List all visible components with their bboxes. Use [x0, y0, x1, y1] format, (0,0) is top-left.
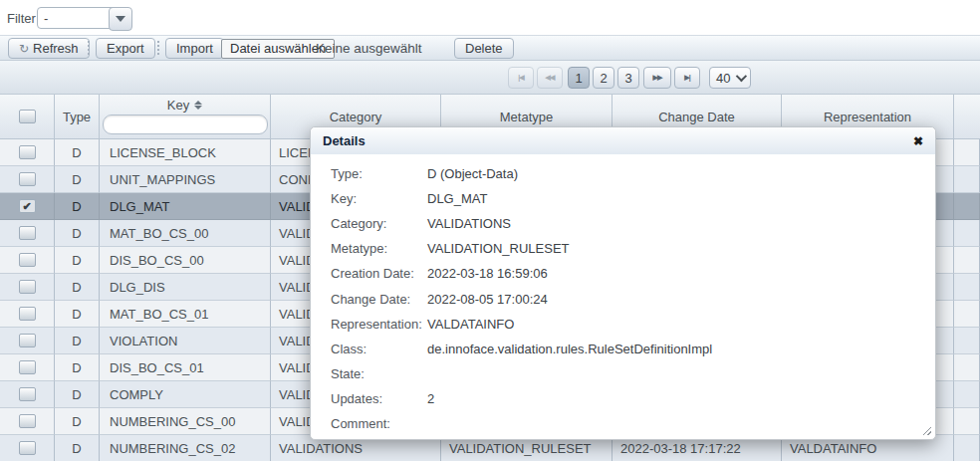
cell-key: UNIT_MAPPINGS [100, 166, 271, 193]
first-page-icon: |◀ [518, 74, 523, 82]
row-checkbox-cell: ✔ [0, 166, 55, 193]
row-checkbox[interactable]: ✔ [19, 226, 36, 240]
row-checkbox[interactable]: ✔ [19, 172, 36, 186]
cell-filler [954, 381, 980, 408]
detail-field-row: Key:DLG_MAT [331, 186, 935, 211]
sort-icon[interactable] [194, 101, 202, 110]
cell-key: NUMBERING_CS_00 [100, 408, 271, 435]
detail-field-label: Change Date: [331, 292, 427, 307]
row-checkbox-cell: ✔ [0, 408, 55, 435]
cell-key: MAT_BO_CS_01 [100, 301, 271, 328]
detail-field-value: 2 [427, 391, 434, 406]
cell-key: DIS_BO_CS_00 [100, 247, 271, 274]
last-page-button[interactable]: ▶| [674, 67, 700, 89]
column-header-key[interactable]: Key [100, 95, 271, 138]
delete-button[interactable]: Delete [454, 38, 514, 59]
row-checkbox[interactable]: ✔ [19, 360, 36, 374]
cell-filler [954, 354, 980, 381]
dialog-title: Details [323, 133, 366, 148]
toolbar-separator [88, 41, 92, 55]
filter-dropdown-button[interactable] [109, 7, 132, 31]
cell-filler [954, 139, 980, 166]
page-button-2[interactable]: 2 [593, 67, 614, 89]
detail-field-value: D (Object-Data) [427, 166, 518, 181]
detail-field-row: Change Date:2022-08-05 17:00:24 [331, 286, 935, 311]
filter-bar: Filter [0, 0, 980, 35]
filter-combobox-input[interactable] [37, 7, 117, 29]
check-icon: ✔ [22, 201, 31, 212]
column-header-key-label: Key [167, 98, 189, 113]
cell-filler [954, 274, 980, 301]
import-button[interactable]: Import [165, 38, 224, 59]
detail-field-value: 2022-03-18 16:59:06 [427, 266, 548, 281]
refresh-button[interactable]: ↻Refresh [8, 38, 90, 59]
refresh-icon: ↻ [19, 42, 29, 56]
cell-type: D [55, 354, 100, 381]
next-page-icon: ▶▶ [653, 74, 662, 82]
row-checkbox[interactable]: ✔ [19, 307, 36, 321]
toolbar-separator [157, 41, 161, 55]
detail-field-label: Category: [331, 216, 427, 231]
row-checkbox[interactable]: ✔ [19, 334, 36, 347]
prev-page-icon: ◀◀ [546, 74, 555, 82]
row-checkbox[interactable]: ✔ [19, 387, 36, 401]
cell-type: D [55, 193, 100, 220]
page-button-1[interactable]: 1 [568, 67, 590, 89]
cell-key: NUMBERING_CS_02 [100, 435, 271, 461]
row-checkbox[interactable]: ✔ [19, 441, 36, 455]
row-checkbox[interactable]: ✔ [19, 280, 36, 294]
row-checkbox[interactable]: ✔ [19, 199, 36, 213]
row-checkbox-cell: ✔ [0, 247, 55, 274]
detail-field-value: 2022-08-05 17:00:24 [427, 292, 548, 307]
cell-type: D [55, 247, 100, 274]
detail-field-row: Comment: [331, 411, 935, 436]
row-checkbox-cell: ✔ [0, 139, 55, 166]
row-checkbox-cell: ✔ [0, 220, 55, 247]
detail-field-label: Creation Date: [331, 266, 427, 281]
first-page-button[interactable]: |◀ [508, 67, 534, 89]
key-filter-input[interactable] [103, 115, 268, 134]
export-button[interactable]: Export [96, 38, 155, 59]
cell-filler [954, 435, 980, 461]
dialog-header[interactable]: Details ✖ [311, 127, 935, 154]
filter-label: Filter [7, 11, 36, 26]
cell-key: DLG_DIS [100, 274, 271, 301]
detail-field-label: Type: [331, 166, 427, 181]
cell-filler [954, 220, 980, 247]
page-button-3[interactable]: 3 [617, 67, 639, 89]
last-page-icon: ▶| [684, 74, 689, 82]
cell-key: DIS_BO_CS_01 [100, 354, 271, 381]
detail-field-label: Key: [331, 191, 427, 206]
row-checkbox-cell: ✔ [0, 354, 55, 381]
cell-key: DLG_MAT [100, 193, 271, 220]
row-checkbox[interactable]: ✔ [19, 145, 36, 159]
prev-page-button[interactable]: ◀◀ [537, 67, 563, 89]
page-size-select[interactable]: 40 [709, 67, 751, 89]
cell-type: D [55, 381, 100, 408]
row-checkbox[interactable]: ✔ [19, 414, 36, 428]
cell-type: D [55, 408, 100, 435]
detail-field-value: de.innoface.validation.rules.RuleSetDefi… [427, 342, 712, 356]
select-all-checkbox[interactable] [19, 110, 36, 123]
cell-type: D [55, 139, 100, 166]
cell-type: D [55, 220, 100, 247]
detail-field-label: Class: [331, 342, 427, 356]
detail-field-label: Representation: [331, 317, 427, 332]
detail-field-label: Comment: [331, 416, 427, 431]
column-header-type[interactable]: Type [55, 95, 100, 138]
cell-filler [954, 193, 980, 220]
cell-filler [954, 247, 980, 274]
cell-type: D [55, 328, 100, 354]
detail-field-row: Metatype:VALIDATION_RULESET [331, 236, 935, 261]
row-checkbox[interactable]: ✔ [19, 253, 36, 267]
row-checkbox-cell: ✔ [0, 274, 55, 301]
detail-field-label: Updates: [331, 391, 427, 406]
next-page-button[interactable]: ▶▶ [643, 67, 671, 89]
cell-filler [954, 301, 980, 328]
detail-field-value: DLG_MAT [427, 191, 487, 206]
detail-field-row: Class:de.innoface.validation.rules.RuleS… [331, 337, 935, 361]
pagination-bar: |◀ ◀◀ 1 2 3 ▶▶ ▶| 40 [0, 61, 980, 95]
cell-filler [954, 408, 980, 435]
cell-key: LICENSE_BLOCK [100, 139, 271, 166]
close-icon[interactable]: ✖ [913, 135, 923, 147]
